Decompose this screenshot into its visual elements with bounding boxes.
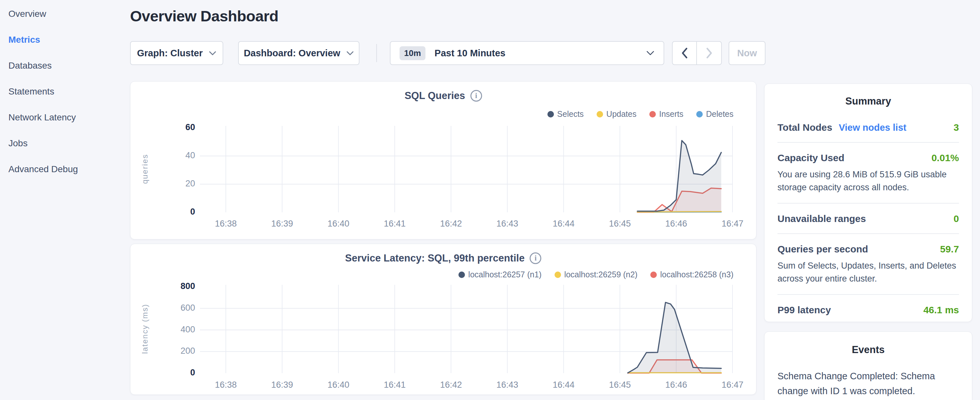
- summary-row-label: P99 latency: [778, 304, 831, 316]
- sidebar-item-statements[interactable]: Statements: [8, 85, 54, 98]
- events-panel: Events Schema Change Completed: Schema c…: [764, 331, 972, 400]
- summary-row-head: Unavailable ranges0: [778, 213, 959, 224]
- x-axis-tick: 16:39: [259, 380, 305, 390]
- chevron-left-icon: [681, 48, 688, 59]
- sidebar-item-jobs[interactable]: Jobs: [8, 137, 27, 150]
- chevron-right-icon: [706, 48, 713, 59]
- x-axis-tick: 16:39: [259, 219, 305, 229]
- graph-dropdown[interactable]: Graph: Cluster: [130, 41, 223, 65]
- summary-row-description: You are using 28.6 MiB of 515.9 GiB usab…: [778, 168, 959, 194]
- event-item: Schema Change Completed: Schema change w…: [778, 369, 959, 400]
- x-axis-tick: 16:41: [372, 380, 417, 390]
- summary-row-label: Unavailable ranges: [778, 213, 866, 224]
- x-axis-tick: 16:46: [654, 380, 699, 390]
- y-axis-tick: 0: [146, 207, 195, 217]
- summary-row-description: Sum of Selects, Updates, Inserts, and De…: [778, 259, 959, 285]
- view-nodes-link[interactable]: View nodes list: [838, 122, 906, 133]
- summary-row-value: 59.7: [940, 244, 959, 255]
- summary-row: Unavailable ranges0: [778, 204, 959, 234]
- x-axis-tick: 16:47: [710, 219, 755, 229]
- x-axis-tick: 16:42: [428, 219, 474, 229]
- sidebar-item-network-latency[interactable]: Network Latency: [8, 111, 76, 124]
- summary-row-label: Queries per second: [778, 244, 868, 255]
- x-axis-tick: 16:38: [203, 380, 248, 390]
- summary-row-head: P99 latency46.1 ms: [778, 304, 959, 316]
- summary-row-head: Total NodesView nodes list3: [778, 122, 959, 133]
- y-axis-tick: 60: [146, 122, 195, 132]
- y-axis-tick: 20: [146, 178, 195, 189]
- event-text: Schema Change Completed: Schema change w…: [778, 369, 959, 398]
- sidebar-item-metrics[interactable]: Metrics: [8, 33, 40, 46]
- chart-card-sql-queries: SQL QueriesiSelectsUpdatesInsertsDeletes…: [130, 81, 756, 239]
- x-axis-tick: 16:46: [654, 219, 699, 229]
- summary-row-label: Total Nodes: [778, 122, 832, 133]
- series-area: [637, 140, 721, 212]
- time-range-selector[interactable]: 10m Past 10 Minutes: [390, 41, 664, 65]
- summary-row-value: 0.01%: [931, 153, 959, 163]
- summary-row-value: 46.1 ms: [923, 304, 959, 316]
- chart-plot[interactable]: [130, 81, 756, 239]
- x-axis-tick: 16:38: [203, 219, 248, 229]
- summary-row-head: Queries per second59.7: [778, 244, 959, 255]
- x-axis-tick: 16:47: [710, 380, 755, 390]
- x-axis-tick: 16:42: [428, 380, 474, 390]
- summary-row-value: 3: [953, 122, 959, 133]
- sidebar-item-advanced-debug[interactable]: Advanced Debug: [8, 163, 78, 176]
- page-title: Overview Dashboard: [130, 7, 278, 25]
- app-root: OverviewMetricsDatabasesStatementsNetwor…: [0, 0, 980, 400]
- chevron-down-icon: [346, 51, 354, 56]
- y-axis-tick: 200: [146, 346, 195, 356]
- chart-card-service-latency: Service Latency: SQL, 99th percentileilo…: [130, 244, 756, 395]
- x-axis-tick: 16:45: [597, 380, 643, 390]
- graph-dropdown-label: Graph: Cluster: [137, 48, 202, 59]
- time-range-badge: 10m: [399, 46, 425, 60]
- summary-title: Summary: [778, 96, 959, 107]
- time-range-label: Past 10 Minutes: [434, 48, 505, 59]
- summary-row-value: 0: [953, 213, 959, 224]
- x-axis-tick: 16:45: [597, 219, 643, 229]
- main-content: Overview Dashboard Graph: Cluster Dashbo…: [130, 0, 756, 400]
- summary-row: Capacity Used0.01%You are using 28.6 MiB…: [778, 143, 959, 204]
- summary-row: Total NodesView nodes list3: [778, 112, 959, 143]
- x-axis-tick: 16:40: [316, 219, 361, 229]
- y-axis-unit-label: queries: [140, 120, 150, 217]
- sidebar: OverviewMetricsDatabasesStatementsNetwor…: [0, 0, 129, 400]
- y-axis-tick: 40: [146, 150, 195, 161]
- y-axis-tick: 600: [146, 303, 195, 313]
- x-axis-tick: 16:43: [485, 219, 530, 229]
- summary-panel: Summary Total NodesView nodes list3Capac…: [764, 83, 972, 322]
- y-axis-unit-label: latency (ms): [140, 280, 150, 377]
- time-prev-button[interactable]: [672, 41, 697, 65]
- series-area: [628, 302, 721, 373]
- x-axis-tick: 16:43: [485, 380, 530, 390]
- chart-plot[interactable]: [130, 244, 756, 395]
- summary-row-head: Capacity Used0.01%: [778, 153, 959, 163]
- events-title: Events: [778, 344, 959, 356]
- chevron-down-icon: [646, 51, 654, 56]
- summary-row-label: Capacity Used: [778, 153, 845, 163]
- x-axis-tick: 16:44: [541, 219, 586, 229]
- now-button[interactable]: Now: [729, 41, 765, 65]
- summary-row: P99 latency46.1 ms: [778, 295, 959, 322]
- sidebar-item-databases[interactable]: Databases: [8, 59, 52, 72]
- x-axis-tick: 16:41: [372, 219, 417, 229]
- summary-row: Queries per second59.7Sum of Selects, Up…: [778, 234, 959, 295]
- toolbar-divider: [376, 44, 377, 62]
- y-axis-tick: 0: [146, 368, 195, 378]
- time-next-button[interactable]: [697, 41, 722, 65]
- time-step-buttons: [672, 41, 722, 65]
- x-axis-tick: 16:40: [316, 380, 361, 390]
- y-axis-tick: 800: [146, 281, 195, 291]
- dashboard-dropdown[interactable]: Dashboard: Overview: [238, 41, 360, 65]
- chevron-down-icon: [209, 51, 216, 56]
- dashboard-dropdown-label: Dashboard: Overview: [243, 48, 340, 59]
- sidebar-item-overview[interactable]: Overview: [8, 8, 46, 21]
- x-axis-tick: 16:44: [541, 380, 586, 390]
- y-axis-tick: 400: [146, 325, 195, 335]
